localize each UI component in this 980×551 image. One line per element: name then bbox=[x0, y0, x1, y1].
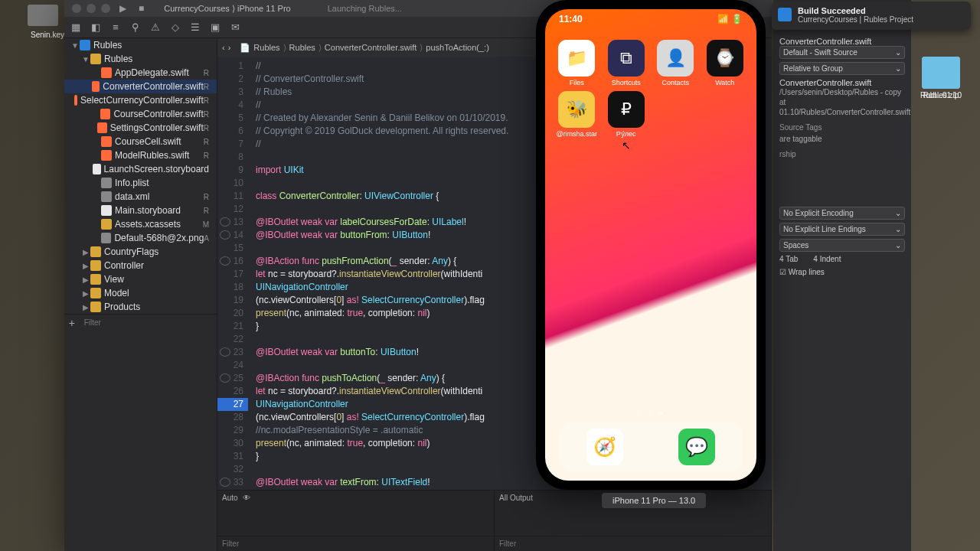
dock-app[interactable]: 💬 bbox=[678, 429, 715, 465]
activity-status: Launching Rubles... bbox=[328, 4, 402, 13]
nav-item-controller[interactable]: ▶Controller bbox=[64, 259, 217, 272]
inspected-name: ConverterController.swift bbox=[779, 37, 905, 46]
ios-simulator: 11:40 📶 🔋 📁Files⧉Shortcuts👤Contacts⌚Watc… bbox=[536, 0, 766, 490]
zoom-dot[interactable] bbox=[101, 4, 110, 13]
app-files[interactable]: 📁Files bbox=[554, 40, 599, 86]
nav-item-settingscontroller-swift[interactable]: SettingsController.swiftR bbox=[64, 121, 217, 135]
project-nav-icon[interactable]: ▦ bbox=[69, 21, 83, 34]
source-nav-icon[interactable]: ◧ bbox=[89, 21, 103, 34]
nav-item-view[interactable]: ▶View bbox=[64, 272, 217, 286]
test-nav-icon[interactable]: ◇ bbox=[168, 21, 182, 34]
nav-item-modelrubles-swift[interactable]: ModelRubles.swiftR bbox=[64, 148, 217, 162]
stop-button[interactable]: ■ bbox=[136, 3, 147, 14]
breakpoint-nav-icon[interactable]: ▣ bbox=[208, 21, 222, 34]
back-icon[interactable]: ‹ bbox=[222, 43, 225, 52]
encoding-select[interactable]: No Explicit Encoding⌄ bbox=[779, 207, 905, 220]
console-filter-input[interactable] bbox=[495, 540, 771, 548]
nav-item-rubles[interactable]: ▼Rubles bbox=[64, 52, 217, 66]
app--rimsha-star[interactable]: 🐝@rimsha.star bbox=[554, 91, 599, 138]
close-dot[interactable] bbox=[72, 4, 81, 13]
app-contacts[interactable]: 👤Contacts bbox=[653, 40, 698, 86]
scheme-selector[interactable]: CurrencyCourses ⟩ iPhone 11 Pro bbox=[164, 4, 290, 14]
status-bar: 11:40 📶 🔋 bbox=[545, 14, 756, 24]
run-button[interactable]: ▶ bbox=[116, 3, 129, 14]
nav-item-model[interactable]: ▶Model bbox=[64, 286, 217, 300]
hammer-icon bbox=[778, 8, 792, 21]
app-shortcuts[interactable]: ⧉Shortcuts bbox=[604, 40, 649, 86]
nav-item-launchscreen-storyboard[interactable]: LaunchScreen.storyboard bbox=[64, 162, 217, 176]
find-nav-icon[interactable]: ⚲ bbox=[129, 21, 142, 34]
nav-item-selectcurrencycontroller-swift[interactable]: SelectCurrencyController.swiftR bbox=[64, 93, 217, 107]
nav-item-coursecontroller-swift[interactable]: CourseController.swiftR bbox=[64, 107, 217, 121]
location-select[interactable]: Relative to Group⌄ bbox=[779, 62, 905, 75]
status-time: 11:40 bbox=[559, 14, 583, 24]
status-icons: 📶 🔋 bbox=[717, 14, 743, 24]
nav-item-info-plist[interactable]: Info.plist bbox=[64, 176, 217, 190]
file-type-select[interactable]: Default - Swift Source⌄ bbox=[779, 46, 905, 59]
wrap-lines-checkbox[interactable]: ☑ Wrap lines bbox=[779, 268, 905, 276]
simulator-label: iPhone 11 Pro — 13.0 bbox=[602, 493, 706, 508]
nav-item-rubles[interactable]: ▼Rubles bbox=[64, 38, 217, 52]
variables-filter-input[interactable] bbox=[217, 540, 494, 548]
traffic-lights[interactable] bbox=[72, 4, 110, 13]
tab-width-input[interactable]: 4 bbox=[779, 255, 784, 263]
nav-item-products[interactable]: ▶Products bbox=[64, 300, 217, 314]
page-dots[interactable]: ○ ○ ● bbox=[545, 409, 756, 416]
navigator-filter-bar: + bbox=[64, 314, 217, 331]
variables-scope[interactable]: Auto bbox=[222, 494, 238, 502]
line-endings-select[interactable]: No Explicit Line Endings⌄ bbox=[779, 223, 905, 236]
build-succeeded-notification[interactable]: Build Succeeded CurrencyCourses | Rubles… bbox=[772, 2, 971, 30]
dock-app[interactable]: 🧭 bbox=[586, 429, 623, 465]
debug-nav-icon[interactable]: ☰ bbox=[188, 21, 202, 34]
symbol-nav-icon[interactable]: ≡ bbox=[109, 21, 122, 34]
keynote-file-thumb[interactable] bbox=[28, 5, 58, 26]
nav-item-data-xml[interactable]: data.xmlR bbox=[64, 190, 217, 204]
project-navigator[interactable]: ▼Rubles▼RublesAppDelegate.swiftRConverte… bbox=[64, 38, 217, 551]
simulator-screen[interactable]: 11:40 📶 🔋 📁Files⧉Shortcuts👤Contacts⌚Watc… bbox=[545, 9, 756, 481]
full-path: /Users/senin/Desktop/Rubles - copy at 01… bbox=[779, 87, 905, 117]
nav-item-convertercontroller-swift[interactable]: ConverterController.swiftR bbox=[64, 80, 217, 93]
minimize-dot[interactable] bbox=[87, 4, 96, 13]
indent-width-input[interactable]: 4 bbox=[813, 255, 818, 263]
add-button[interactable]: + bbox=[64, 317, 80, 329]
issue-nav-icon[interactable]: ⚠ bbox=[149, 21, 162, 34]
report-nav-icon[interactable]: ✉ bbox=[228, 21, 242, 34]
nav-item-countryflags[interactable]: ▶CountryFlags bbox=[64, 245, 217, 259]
app-watch[interactable]: ⌚Watch bbox=[703, 40, 748, 86]
indent-using-select[interactable]: Spaces⌄ bbox=[779, 239, 905, 252]
nav-item-appdelegate-swift[interactable]: AppDelegate.swiftR bbox=[64, 66, 217, 80]
app--[interactable]: ₽Ру́лес bbox=[604, 91, 649, 138]
forward-icon[interactable]: › bbox=[228, 43, 231, 52]
eye-icon[interactable]: 👁 bbox=[243, 494, 250, 502]
nav-item-default-568h-2x-png[interactable]: Default-568h@2x.pngA bbox=[64, 231, 217, 245]
nav-item-assets-xcassets[interactable]: Assets.xcassetsM bbox=[64, 217, 217, 231]
file-inspector: ConverterController.swift Default - Swif… bbox=[773, 0, 911, 551]
console-scope[interactable]: All Output bbox=[499, 494, 533, 502]
keynote-file-label: Senin.key bbox=[24, 31, 70, 39]
nav-item-main-storyboard[interactable]: Main.storyboardR bbox=[64, 204, 217, 217]
home-dock: 🧭💬 bbox=[559, 422, 743, 471]
nav-item-coursecell-swift[interactable]: CourseCell.swiftR bbox=[64, 135, 217, 148]
home-apps-grid: 📁Files⧉Shortcuts👤Contacts⌚Watch🐝@rimsha.… bbox=[554, 40, 747, 138]
navigator-filter-input[interactable] bbox=[80, 318, 217, 327]
desktop-item-rubl-01-10[interactable]: Rubl...01.10 bbox=[914, 57, 968, 99]
